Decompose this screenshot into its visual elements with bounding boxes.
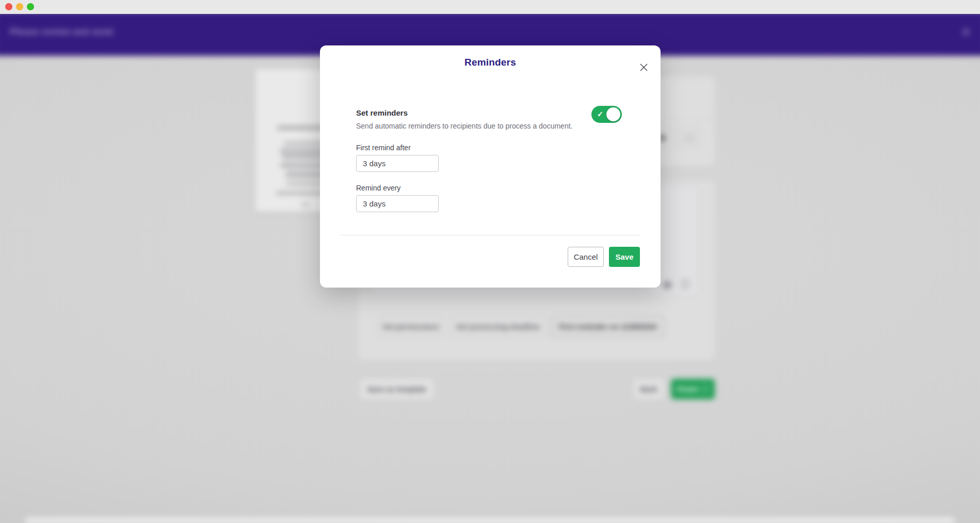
save-as-template-button[interactable]: Save as template <box>360 379 434 399</box>
chat-bubble-icon <box>663 281 671 288</box>
first-reminder-button[interactable]: First reminder on 11/08/2024 <box>551 316 664 337</box>
screen: Please review and send <box>0 0 980 523</box>
bottom-strip <box>25 518 954 523</box>
window-zoom-icon[interactable] <box>27 3 34 10</box>
window-close-icon[interactable] <box>5 3 12 10</box>
set-reminders-toggle[interactable]: ✓ <box>591 106 622 123</box>
set-reminders-label: Set reminders <box>356 108 408 117</box>
first-remind-after-input[interactable] <box>356 155 439 172</box>
cancel-button[interactable]: Cancel <box>568 247 604 267</box>
back-button[interactable]: Back <box>633 379 664 399</box>
finish-button[interactable]: Finish → <box>671 379 715 399</box>
set-processing-deadline-button[interactable]: Set processing deadline <box>449 316 547 337</box>
check-icon: ✓ <box>597 110 603 118</box>
remind-every-input[interactable] <box>356 195 439 212</box>
page-title: Please review and send <box>10 27 113 37</box>
doc-page-dash <box>301 204 310 205</box>
chat-icon <box>684 134 694 142</box>
finish-button-label: Finish <box>677 385 698 393</box>
arrow-circle-icon: → <box>701 385 709 393</box>
close-icon <box>639 63 648 72</box>
comment-icon-button[interactable] <box>678 128 700 148</box>
reminders-modal: Reminders Set reminders Send automatic r… <box>320 45 661 288</box>
modal-close-button[interactable] <box>638 61 649 73</box>
window-titlebar <box>0 0 980 14</box>
set-reminders-description: Send automatic reminders to recipients d… <box>356 122 572 130</box>
first-remind-after-label: First remind after <box>356 144 411 152</box>
toggle-knob <box>606 107 620 121</box>
modal-title: Reminders <box>320 57 661 68</box>
header-close-icon[interactable] <box>961 27 972 38</box>
remind-every-label: Remind every <box>356 184 400 192</box>
save-button[interactable]: Save <box>609 247 640 267</box>
set-permissions-button[interactable]: Set permissions <box>378 316 443 337</box>
doc-line <box>286 183 324 185</box>
modal-divider <box>341 235 640 235</box>
window-minimize-icon[interactable] <box>16 3 23 10</box>
document-icon <box>682 279 688 288</box>
